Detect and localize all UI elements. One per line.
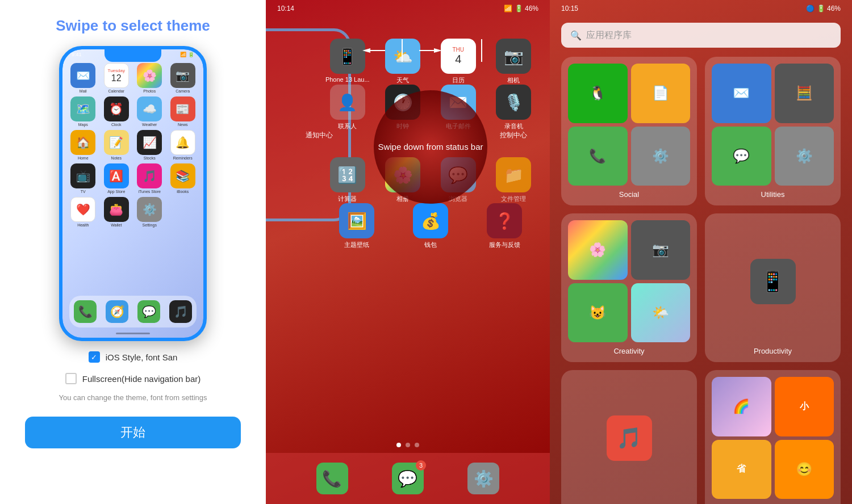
feedback-icon: ❓: [487, 203, 522, 238]
mi-icon: 小: [775, 377, 834, 436]
moji-icon: 😊: [775, 440, 834, 499]
list-item: ⛅ 天气: [378, 39, 428, 85]
maps-app-icon: 🗺️: [70, 96, 95, 121]
fullscreen-checkbox[interactable]: [65, 373, 77, 384]
home-app-icon: 🏠: [70, 130, 95, 155]
itunes-app-icon: 🎵: [137, 163, 162, 188]
middle-app-area: 📱 Phone 13 Lau... ⛅ 天气 THU 4 日历 📷 相机: [311, 34, 550, 249]
hint-text: You can change the theme, font from sett…: [59, 393, 207, 402]
list-item: 📁 文件管理: [489, 157, 539, 203]
list-item: 👤 联系人: [323, 85, 373, 131]
camera-app-icon: 📷: [170, 63, 195, 88]
cat-icon: 😺: [568, 283, 628, 343]
folder-productivity[interactable]: 📱 Productivity: [705, 213, 841, 362]
camera-icon: 📷: [496, 39, 531, 74]
folder-productivity-icons: 📱: [712, 220, 834, 342]
list-item: 📚 iBooks: [168, 163, 198, 194]
camera-create-icon: 📷: [631, 220, 691, 280]
creativity-label: Creativity: [568, 347, 690, 355]
folder-music-icons: 🎵: [568, 377, 690, 499]
wallet-app-icon: 👛: [104, 197, 129, 222]
folder-utilities[interactable]: ✉️ 🧮 💬 ⚙️ Utilities: [705, 57, 841, 205]
dock-safari-icon: 🧭: [106, 300, 128, 323]
ios-style-checkbox[interactable]: ✓: [89, 351, 100, 363]
clock-app-icon: ⏰: [104, 96, 129, 121]
news-app-icon: 📰: [170, 96, 195, 121]
right-panel: 10:15 🔵 🔋 46% 🔍 应用程序库 🐧 📄 📞 ⚙️ Social ✉️…: [550, 0, 852, 504]
mail-util-icon: ✉️: [712, 64, 771, 123]
list-item: Tuesday 12 Calendar: [102, 63, 132, 93]
list-item: 🌸 Photos: [135, 63, 165, 93]
folder-creativity[interactable]: 🌸 📷 😺 🌤️ Creativity: [561, 213, 697, 362]
pages-icon: 📄: [631, 64, 691, 123]
mail-app-icon: ✉️: [70, 63, 95, 88]
dot-1: [396, 443, 401, 447]
folder-utilities-icons: ✉️ 🧮 💬 ⚙️: [712, 64, 834, 186]
phone-dock: 📞 🧭 💬 🎵: [69, 296, 197, 327]
list-item: 📺 TV: [68, 163, 98, 194]
middle-status-right: 📶 🔋 46%: [504, 5, 538, 12]
middle-background: 10:14 📶 🔋 46% 📱 Phone 13 Lau... ⛅ 天气 THU: [266, 0, 550, 504]
list-item: 🗺️ Maps: [68, 96, 98, 127]
folder-social[interactable]: 🐧 📄 📞 ⚙️ Social: [561, 57, 697, 205]
folder-others-icons: 🌈 小 省 😊: [712, 377, 834, 499]
middle-status-bar: 10:14 📶 🔋 46%: [266, 0, 550, 17]
dock-messages: 💬 3: [392, 463, 424, 494]
list-item: ❤️ Health: [68, 197, 98, 227]
search-placeholder: 应用程序库: [586, 30, 632, 41]
ios-style-checkbox-row: ✓ iOS Style, font San: [89, 351, 178, 363]
dock-music-icon: 🎵: [169, 300, 192, 323]
dock-phone-icon: 📞: [74, 300, 97, 323]
dock-messages-icon: 💬: [137, 300, 160, 323]
dot-2: [406, 443, 410, 447]
settings-util-icon: ⚙️: [775, 127, 834, 186]
tv-app-icon: 📺: [70, 163, 95, 188]
fullscreen-label: Fullscreen(Hide navigation bar): [82, 374, 201, 384]
cloud-create-icon: 🌤️: [631, 283, 691, 343]
search-bar[interactable]: 🔍 应用程序库: [561, 23, 841, 48]
folder-social-icons: 🐧 📄 📞 ⚙️: [568, 64, 690, 186]
phone-green-icon: 📞: [568, 127, 628, 186]
app-row-4: 🖼️ 主题壁纸 💰 钱包 ❓ 服务与反馈: [311, 203, 550, 249]
notification-center-label: 通知中心: [306, 131, 333, 140]
notes-app-icon: 📝: [104, 130, 129, 155]
settings-app-icon: ⚙️: [137, 197, 162, 222]
dock-settings: ⚙️: [467, 463, 499, 494]
middle-status-time: 10:14: [277, 5, 294, 12]
phone13-icon: 📱: [330, 39, 365, 74]
list-item: 🔢 计算器: [323, 157, 373, 203]
weather-app-icon: ☁️: [137, 96, 162, 121]
files-icon: 📁: [496, 157, 531, 192]
sheng-icon: 省: [712, 440, 771, 499]
right-status-time: 10:15: [561, 5, 578, 12]
middle-panel: 10:14 📶 🔋 46% 📱 Phone 13 Lau... ⛅ 天气 THU: [266, 0, 550, 504]
app-row-1: 📱 Phone 13 Lau... ⛅ 天气 THU 4 日历 📷 相机: [311, 34, 550, 85]
msg-util-icon: 💬: [712, 127, 771, 186]
status-icons: 📶 🔋: [180, 52, 194, 57]
reminders-app-icon: 🔔: [170, 130, 195, 155]
status-time: 9:41: [72, 52, 82, 57]
dock-phone: 📞: [316, 463, 348, 494]
control-center-label: 控制中心: [500, 131, 527, 140]
appstore-app-icon: 🅰️: [104, 163, 129, 188]
phone-screen: 9:41 📶 🔋 ✉️ Mail Tuesday 12 Calendar: [62, 49, 203, 338]
list-item: 📰 News: [168, 96, 198, 127]
calc-icon: 🔢: [330, 157, 365, 192]
contacts-icon: 👤: [330, 85, 365, 120]
folder-others[interactable]: 🌈 小 省 😊 Others: [705, 370, 841, 504]
list-item: 📷 Camera: [168, 63, 198, 93]
fullscreen-checkbox-row: Fullscreen(Hide navigation bar): [65, 373, 201, 384]
list-item: 📝 Notes: [102, 130, 132, 160]
start-button[interactable]: 开始: [25, 417, 241, 448]
productivity-label: Productivity: [712, 347, 834, 355]
utilities-label: Utilities: [712, 190, 834, 199]
recorder-icon: 🎙️: [496, 85, 531, 120]
list-item: THU 4 日历: [433, 39, 483, 85]
photos-app-icon: 🌸: [137, 63, 162, 88]
list-item: 💰 钱包: [396, 203, 465, 249]
stocks-app-icon: 📈: [137, 130, 162, 155]
social-label: Social: [568, 190, 690, 199]
list-item: 📱 Phone 13 Lau...: [323, 39, 373, 85]
folder-music[interactable]: 🎵 Music: [561, 370, 697, 504]
list-item: 📈 Stocks: [135, 130, 165, 160]
